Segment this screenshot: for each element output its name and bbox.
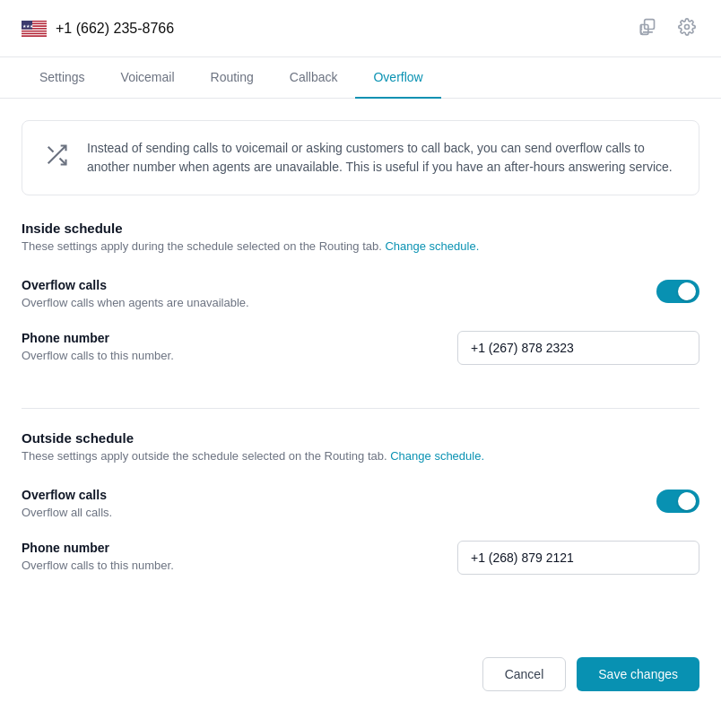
- inside-phone-row: Phone number Overflow calls to this numb…: [22, 324, 699, 383]
- outside-schedule-title: Outside schedule: [22, 430, 699, 446]
- tab-settings[interactable]: Settings: [22, 57, 103, 99]
- inside-schedule-desc-text: These settings apply during the schedule…: [22, 239, 382, 253]
- outside-overflow-calls-row: Overflow calls Overflow all calls.: [22, 481, 699, 533]
- inside-schedule-desc: These settings apply during the schedule…: [22, 239, 699, 253]
- info-box: Instead of sending calls to voicemail or…: [22, 120, 699, 195]
- inside-overflow-calls-row: Overflow calls Overflow calls when agent…: [22, 271, 699, 324]
- flag-icon: ★★★: [22, 21, 47, 37]
- tab-overflow[interactable]: Overflow: [355, 57, 440, 99]
- inside-schedule-title: Inside schedule: [22, 221, 699, 236]
- save-changes-button[interactable]: Save changes: [577, 657, 699, 691]
- settings-icon-button[interactable]: [674, 14, 699, 42]
- section-divider: [22, 408, 699, 409]
- header: ★★★ +1 (662) 235-8766: [0, 0, 721, 57]
- outside-overflow-toggle[interactable]: [656, 490, 699, 513]
- tab-voicemail[interactable]: Voicemail: [103, 57, 193, 99]
- svg-rect-9: [22, 31, 47, 32]
- content: Instead of sending calls to voicemail or…: [0, 99, 721, 621]
- inside-schedule-change-link[interactable]: Change schedule.: [385, 239, 479, 253]
- overflow-info-icon: [40, 139, 73, 171]
- svg-point-17: [685, 25, 690, 30]
- phone-number: +1 (662) 235-8766: [56, 21, 174, 37]
- header-icons: [635, 14, 699, 42]
- outside-phone-input[interactable]: [457, 541, 699, 575]
- tab-routing[interactable]: Routing: [193, 57, 272, 99]
- svg-rect-11: [22, 34, 47, 35]
- svg-rect-10: [22, 32, 47, 33]
- svg-text:★★★: ★★★: [22, 23, 34, 29]
- inside-overflow-calls-label: Overflow calls: [22, 278, 249, 292]
- outside-schedule-change-link[interactable]: Change schedule.: [390, 449, 484, 463]
- info-text: Instead of sending calls to voicemail or…: [87, 139, 681, 177]
- outside-phone-row: Phone number Overflow calls to this numb…: [22, 533, 699, 593]
- inside-phone-desc: Overflow calls to this number.: [22, 349, 457, 362]
- outside-overflow-calls-desc: Overflow all calls.: [22, 506, 112, 519]
- inside-phone-label: Phone number: [22, 331, 457, 345]
- svg-rect-8: [22, 30, 47, 31]
- inside-phone-input[interactable]: [457, 331, 699, 365]
- outside-overflow-calls-label: Overflow calls: [22, 488, 112, 502]
- svg-rect-12: [22, 35, 47, 36]
- copy-icon-button[interactable]: [635, 14, 660, 42]
- inside-overflow-calls-desc: Overflow calls when agents are unavailab…: [22, 296, 249, 309]
- outside-overflow-calls-left: Overflow calls Overflow all calls.: [22, 488, 112, 519]
- inside-schedule-section: Inside schedule These settings apply dur…: [22, 221, 699, 383]
- outside-schedule-desc-text: These settings apply outside the schedul…: [22, 449, 387, 463]
- footer: Cancel Save changes: [0, 639, 721, 709]
- header-left: ★★★ +1 (662) 235-8766: [22, 21, 174, 37]
- outside-schedule-desc: These settings apply outside the schedul…: [22, 449, 699, 463]
- svg-rect-7: [22, 29, 47, 30]
- inside-overflow-calls-left: Overflow calls Overflow calls when agent…: [22, 278, 249, 309]
- outside-phone-left: Phone number Overflow calls to this numb…: [22, 541, 457, 572]
- tab-callback[interactable]: Callback: [272, 57, 356, 99]
- tabs: Settings Voicemail Routing Callback Over…: [0, 57, 721, 99]
- inside-overflow-toggle[interactable]: [656, 280, 699, 303]
- outside-schedule-section: Outside schedule These settings apply ou…: [22, 430, 699, 593]
- outside-phone-desc: Overflow calls to this number.: [22, 559, 457, 572]
- cancel-button[interactable]: Cancel: [482, 657, 567, 691]
- outside-overflow-toggle-slider: [656, 490, 699, 513]
- outside-phone-label: Phone number: [22, 541, 457, 555]
- inside-overflow-toggle-slider: [656, 280, 699, 303]
- inside-phone-left: Phone number Overflow calls to this numb…: [22, 331, 457, 362]
